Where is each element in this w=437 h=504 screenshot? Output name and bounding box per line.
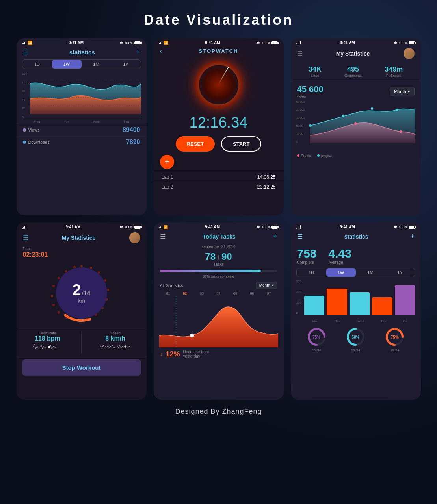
time-label: Time <box>17 246 147 251</box>
down-stat: ↓ 12% Decrease from yesterday <box>154 347 284 360</box>
tasks-label: Tasks <box>154 262 284 268</box>
stopwatch-circle <box>154 57 284 112</box>
status-bar-5: 📶 9:41 AM ✱ 100% <box>154 222 284 231</box>
page-title: Date Visualization <box>0 0 437 38</box>
stopwatch-time: 12:16.34 <box>154 112 284 133</box>
bar-fri <box>395 285 415 315</box>
svg-point-24 <box>52 285 55 287</box>
svg-point-4 <box>309 124 311 127</box>
svg-point-31 <box>190 334 194 337</box>
phone-running: 9:41 AM ✱ 100% ☰ My Statistice Time 02:2… <box>17 222 147 400</box>
svg-point-29 <box>48 346 50 348</box>
start-button[interactable]: START <box>221 136 261 152</box>
add-icon-1[interactable]: + <box>136 48 140 56</box>
user-avatar <box>404 48 415 59</box>
circle-stat-1: 75% 10 /34 <box>306 326 327 352</box>
task-count: 78 / 90 <box>154 250 284 262</box>
footer-credit: Designed By ZhangFeng <box>0 400 437 420</box>
lap-1: Lap 1 14:06.25 <box>154 172 284 182</box>
month-dropdown-3[interactable]: Month ▾ <box>390 87 415 96</box>
tab-1w-active[interactable]: 1W <box>52 60 82 69</box>
svg-point-9 <box>400 130 402 133</box>
tab6-1w[interactable]: 1W <box>326 268 356 277</box>
status-bar-2: 📶 9:41 AM ✱ 100% <box>154 38 284 46</box>
progress-bar <box>160 270 277 272</box>
menu-icon-6[interactable]: ☰ <box>297 233 303 240</box>
bar-tue <box>327 289 347 315</box>
phone5-title: Today Tasks <box>203 233 236 240</box>
status-bar-1: 📶 9:41 AM ✱ 100% <box>17 38 147 46</box>
stat-row-downloads: Downloads 7890 <box>17 136 147 148</box>
menu-icon-5[interactable]: ☰ <box>160 233 166 240</box>
add-lap-button[interactable]: + <box>160 155 174 169</box>
big-stats: 758 Complete 4.43 Average <box>291 244 421 268</box>
svg-point-8 <box>354 122 357 125</box>
time-tabs-1: 1D 1W 1M 1Y <box>22 59 141 69</box>
add-icon-5[interactable]: + <box>273 232 277 241</box>
phone4-header: ☰ My Statistice <box>17 231 147 246</box>
stop-workout-button[interactable]: Stop Workout <box>22 359 141 376</box>
phone5-header: ☰ Today Tasks + <box>154 231 284 244</box>
reset-button[interactable]: RESET <box>176 136 215 152</box>
menu-icon-3[interactable]: ☰ <box>297 50 303 57</box>
phone-today-tasks: 📶 9:41 AM ✱ 100% ☰ Today Tasks + septemb… <box>154 222 284 400</box>
menu-icon-4[interactable]: ☰ <box>23 234 28 242</box>
progress-text: 86% tasks complete <box>154 274 284 280</box>
phone6-title: statistics <box>344 233 368 240</box>
circle-stat-3: 75% 10 /34 <box>384 326 405 352</box>
status-bar-4: 9:41 AM ✱ 100% <box>17 222 147 231</box>
phone3-title: My Statistice <box>336 50 370 57</box>
metrics-row: Heart Rate 118 bpm Speed 8 km/h <box>17 328 147 357</box>
tab6-1d[interactable]: 1D <box>297 268 326 277</box>
phone-grid: 📶 9:41 AM ✱ 100% ☰ statistics + 1D 1W 1M… <box>0 38 437 400</box>
svg-point-5 <box>342 115 344 117</box>
tab-1d[interactable]: 1D <box>22 60 52 69</box>
time-tabs-6: 1D 1W 1M 1Y <box>296 268 415 277</box>
phone4-title: My Statistice <box>62 235 96 241</box>
phone6-header: ☰ statistics + <box>291 231 421 244</box>
tab-1y[interactable]: 1Y <box>111 60 141 69</box>
tab6-1y[interactable]: 1Y <box>385 268 415 277</box>
phone-statistics-line: 📶 9:41 AM ✱ 100% ☰ statistics + 1D 1W 1M… <box>17 38 147 215</box>
phone1-header: ☰ statistics + <box>17 46 147 59</box>
chart3-legend: Profile project <box>291 151 421 160</box>
phone-my-statistics: 9:41 AM ✱ 100% ☰ My Statistice 34KLikes … <box>291 38 421 215</box>
km-display: 2 /14 km <box>56 267 107 319</box>
phone-stopwatch: 📶 9:41 AM ✱ 100% ‹ STOPWATCH 12:16.34 RE… <box>154 38 284 215</box>
circle-stat-2: 50% 10 /34 <box>345 326 366 352</box>
stopwatch-title: STOPWATCH <box>199 48 238 54</box>
task-date: september 21,2016 <box>154 244 284 250</box>
bar-thu <box>372 297 392 315</box>
svg-point-25 <box>58 277 60 279</box>
stats-row3: 34KLikes 495Comments 349mFollowers <box>291 62 421 81</box>
views-header: 45 600 views Month ▾ <box>291 81 421 100</box>
phone-statistics-bar: 9:41 AM ✱ 100% ☰ statistics + 758 Comple… <box>291 222 421 400</box>
bar-mon <box>304 296 325 315</box>
svg-point-21 <box>58 311 60 314</box>
chart5-labels: 01020304050607 <box>154 291 284 296</box>
phone1-title: statistics <box>69 49 95 56</box>
bar-wed <box>350 292 370 315</box>
svg-point-23 <box>51 295 53 297</box>
line-chart-3: 500003000010000500010000 <box>296 100 415 151</box>
circles-row: 75% 10 /34 50% 10 /34 <box>291 323 421 354</box>
month-dropdown-5[interactable]: Month ▾ <box>256 282 277 289</box>
user-avatar-4 <box>129 232 140 243</box>
add-icon-6[interactable]: + <box>410 232 415 241</box>
tab6-1m[interactable]: 1M <box>356 268 385 277</box>
menu-icon-1[interactable]: ☰ <box>23 48 28 56</box>
circle-progress: 2 /14 km <box>50 261 113 324</box>
svg-point-30 <box>124 345 126 348</box>
back-button[interactable]: ‹ <box>160 48 162 55</box>
chart-x-labels-1: MonTueWedThu <box>22 120 141 124</box>
status-bar-3: 9:41 AM ✱ 100% <box>291 38 421 46</box>
all-stats-header: All Statistics Month ▾ <box>154 280 284 291</box>
tab-1m[interactable]: 1M <box>82 60 111 69</box>
bars-container <box>304 280 415 315</box>
stat-row-views: Views 89400 <box>17 124 147 136</box>
phone3-header: ☰ My Statistice <box>291 46 421 62</box>
line-chart-1: 3201608040200 <box>22 72 141 119</box>
svg-point-22 <box>52 304 55 306</box>
svg-point-7 <box>395 109 398 111</box>
svg-point-6 <box>370 107 373 110</box>
